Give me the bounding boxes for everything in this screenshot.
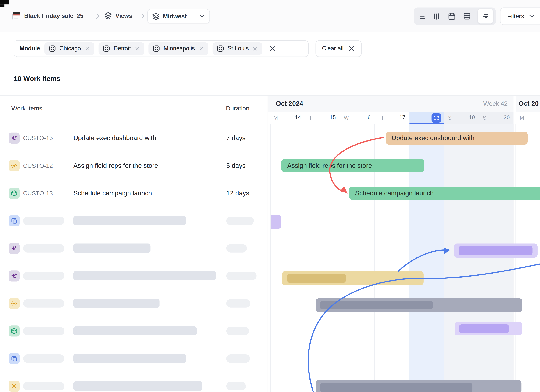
work-item-duration: 7 days — [226, 124, 245, 152]
filter-chip-st.louis[interactable]: St.Louis — [212, 42, 262, 55]
table-row-skeleton[interactable] — [0, 317, 268, 345]
calendar-view-button[interactable] — [447, 11, 457, 21]
day-letter: S — [448, 115, 451, 121]
day-cell-20: S20 — [479, 112, 514, 124]
module-icon — [103, 45, 110, 52]
table-row-skeleton[interactable] — [0, 235, 268, 262]
app-window: Black Friday sale ’25 Views Midwest — [0, 0, 540, 392]
table-row-skeleton[interactable] — [0, 372, 268, 392]
box-icon-tile — [9, 326, 20, 337]
day-number: 16 — [364, 114, 371, 121]
remove-module-filter-icon[interactable] — [269, 45, 276, 52]
sparkles-icon-tile — [9, 270, 20, 281]
table-row-skeleton[interactable] — [0, 262, 268, 290]
skeleton-title — [73, 381, 202, 391]
work-items-count: 10 Work items — [14, 75, 60, 83]
sun-icon — [11, 162, 18, 169]
day-number: 15 — [330, 114, 336, 121]
skeleton-id — [23, 217, 65, 225]
month-gap — [513, 96, 516, 124]
work-item-duration: 5 days — [226, 152, 245, 179]
table-row-skeleton[interactable] — [0, 290, 268, 317]
chevron-right-icon — [139, 12, 147, 20]
filter-chip-minneapolis[interactable]: Minneapolis — [148, 42, 208, 55]
chip-label: St.Louis — [227, 45, 249, 52]
timeline-view-button-active[interactable] — [478, 9, 493, 24]
calendar-icon — [448, 12, 456, 20]
column-header-duration: Duration — [226, 105, 249, 112]
chevron-down-icon — [528, 13, 535, 20]
remove-chip-icon[interactable] — [84, 46, 90, 52]
filters-label: Filters — [507, 13, 524, 20]
work-item-title: Assign field reps for the store — [73, 152, 158, 179]
day-letter: F — [413, 115, 416, 121]
sun-icon — [11, 383, 18, 389]
sparkles-icon — [11, 272, 18, 279]
remove-chip-icon[interactable] — [134, 46, 140, 52]
skeleton-title — [73, 326, 197, 336]
filter-chip-detroit[interactable]: Detroit — [98, 42, 144, 55]
sun-icon — [11, 300, 18, 307]
table-row-skeleton[interactable] — [0, 207, 268, 235]
table-row-skeleton[interactable] — [0, 345, 268, 372]
breadcrumb-project[interactable]: Black Friday sale ’25 — [24, 0, 83, 32]
filters-button[interactable]: Filters — [500, 8, 540, 25]
table-row-custo-12[interactable]: CUSTO-12 Assign field reps for the store… — [0, 152, 268, 179]
work-item-id: CUSTO-12 — [23, 152, 53, 179]
dependency-arrow-blue-up — [399, 250, 445, 271]
day-cell-18: F18 — [410, 112, 444, 124]
week-label: Week 42 — [483, 100, 508, 107]
day-letter: M — [520, 115, 524, 121]
skeleton-id — [23, 354, 65, 363]
skeleton-duration — [226, 382, 246, 390]
sun-icon-tile — [9, 298, 20, 309]
skeleton-id — [23, 327, 65, 335]
work-item-id: CUSTO-15 — [23, 124, 53, 152]
sparkles-icon — [11, 135, 18, 141]
skeleton-id — [23, 272, 65, 280]
box-icon — [11, 327, 18, 334]
table-row-custo-15[interactable]: CUSTO-15 Update exec dashboard with 7 da… — [0, 124, 268, 152]
skeleton-duration — [226, 299, 250, 308]
chip-label: Detroit — [114, 45, 131, 52]
skeleton-title — [73, 354, 186, 363]
day-letter: W — [344, 115, 349, 121]
clear-all-label: Clear all — [322, 45, 344, 52]
clear-all-filters-button[interactable]: Clear all — [315, 40, 362, 57]
view-selector-button[interactable]: Midwest — [147, 9, 210, 23]
skeleton-id — [23, 299, 65, 308]
module-icon — [153, 45, 160, 52]
skeleton-title — [73, 271, 216, 280]
filter-bar: Module Chicago Detroit Minneapolis St.Lo… — [0, 32, 540, 64]
skeleton-duration — [226, 217, 254, 225]
day-letter: S — [483, 115, 486, 121]
remove-chip-icon[interactable] — [198, 46, 204, 52]
sparkles-icon-tile — [9, 243, 20, 254]
filter-chip-chicago[interactable]: Chicago — [44, 42, 94, 55]
stack-icon-tile — [9, 353, 20, 364]
skeleton-duration — [226, 244, 247, 252]
day-cell-16: W16 — [340, 112, 375, 124]
day-letter: Th — [378, 115, 385, 121]
corner-artifact — [0, 5, 5, 7]
skeleton-id — [23, 382, 65, 390]
day-letter: T — [309, 115, 312, 121]
remove-chip-icon[interactable] — [252, 46, 258, 52]
list-view-button[interactable] — [416, 11, 426, 21]
module-chips: Chicago Detroit Minneapolis St.Louis — [44, 42, 262, 55]
kanban-view-button[interactable] — [432, 11, 442, 21]
day-number: 19 — [469, 114, 475, 121]
box-icon — [11, 190, 18, 197]
top-bar: Black Friday sale ’25 Views Midwest — [0, 0, 540, 32]
breadcrumb-views[interactable]: Views — [115, 0, 132, 32]
module-icon — [216, 45, 224, 52]
sun-icon-tile — [9, 160, 20, 171]
table-view-button[interactable] — [462, 11, 472, 21]
dependency-arrow-blue-up-head — [444, 248, 450, 254]
chip-label: Chicago — [59, 45, 81, 52]
dependency-arrows-layer — [268, 124, 540, 392]
skeleton-id — [23, 244, 65, 252]
day-cell-19: S19 — [444, 112, 479, 124]
table-row-custo-13[interactable]: CUSTO-13 Schedule campaign launch 12 day… — [0, 179, 268, 207]
work-item-id: CUSTO-13 — [23, 179, 53, 207]
